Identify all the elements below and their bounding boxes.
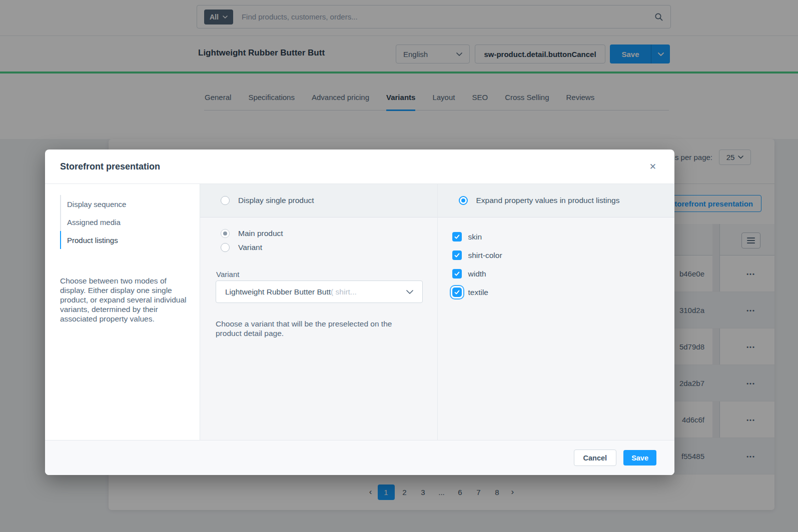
main-product-radio[interactable] xyxy=(221,229,230,238)
check-icon xyxy=(454,289,460,296)
property-textile-checkbox[interactable] xyxy=(452,288,462,297)
sidebar-item-display-sequence[interactable]: Display sequence xyxy=(60,195,126,213)
property-list: skin shirt-color width textile xyxy=(452,232,502,297)
modal-nav: Display sequence Assigned media Product … xyxy=(60,195,126,249)
variant-option: Variant xyxy=(221,243,262,252)
save-button[interactable]: Save xyxy=(623,450,656,466)
main-product-option: Main product xyxy=(221,229,283,238)
single-product-option-band: Display single product xyxy=(200,184,437,218)
expand-property-values-label: Expand property values in product listin… xyxy=(476,196,620,205)
expand-properties-column: Expand property values in product listin… xyxy=(437,184,675,440)
variant-select-hint: ( shirt... xyxy=(331,288,357,296)
main-product-label: Main product xyxy=(238,229,283,238)
modal-footer: Cancel Save xyxy=(45,440,674,475)
display-single-product-label: Display single product xyxy=(238,196,314,205)
check-icon xyxy=(454,252,460,258)
variant-radio-label: Variant xyxy=(238,243,262,252)
property-label: shirt-color xyxy=(468,251,502,260)
property-label: width xyxy=(468,270,486,278)
variant-select-value: Lightweight Rubber Butter Butt xyxy=(225,288,331,296)
property-shirt-color-checkbox[interactable] xyxy=(452,250,462,260)
admin-page: All Lightweight Rubber Butter Butt Engli… xyxy=(0,0,798,532)
expand-option-band: Expand property values in product listin… xyxy=(438,184,675,218)
modal-sidebar: Display sequence Assigned media Product … xyxy=(45,184,200,440)
list-item: shirt-color xyxy=(452,250,502,260)
chevron-down-icon xyxy=(406,290,413,294)
variant-radio[interactable] xyxy=(221,243,230,252)
list-item: width xyxy=(452,269,502,278)
sidebar-item-assigned-media[interactable]: Assigned media xyxy=(60,213,126,231)
modal-description: Choose between two modes of display. Eit… xyxy=(60,276,189,324)
list-item: skin xyxy=(452,232,502,242)
check-icon xyxy=(454,270,460,277)
modal-header: Storefront presentation ✕ xyxy=(45,150,674,184)
single-product-column: Display single product Main product Vari… xyxy=(200,184,437,440)
check-icon xyxy=(454,234,460,240)
variant-field-label: Variant xyxy=(216,270,239,278)
list-item: textile xyxy=(452,288,502,297)
display-single-product-radio[interactable] xyxy=(221,196,230,205)
expand-property-values-radio[interactable] xyxy=(459,196,468,205)
property-width-checkbox[interactable] xyxy=(452,269,462,278)
sidebar-item-product-listings[interactable]: Product listings xyxy=(60,231,126,249)
variant-helper-text: Choose a variant that will be the presel… xyxy=(216,319,416,338)
property-label: textile xyxy=(468,288,489,297)
cancel-button[interactable]: Cancel xyxy=(574,450,617,466)
close-icon[interactable]: ✕ xyxy=(646,160,659,174)
storefront-presentation-modal: Storefront presentation ✕ Display sequen… xyxy=(45,150,674,475)
modal-body: Display sequence Assigned media Product … xyxy=(45,184,674,440)
property-skin-checkbox[interactable] xyxy=(452,232,462,242)
modal-title: Storefront presentation xyxy=(60,162,160,172)
property-label: skin xyxy=(468,232,482,242)
variant-select[interactable]: Lightweight Rubber Butter Butt ( shirt..… xyxy=(216,280,423,303)
